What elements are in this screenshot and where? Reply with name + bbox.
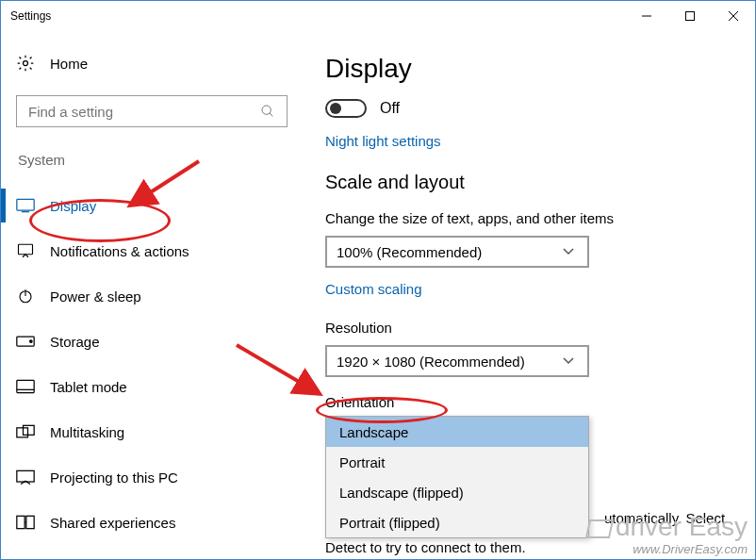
sidebar-item-tablet[interactable]: Tablet mode <box>5 364 303 409</box>
sidebar-item-label: Tablet mode <box>50 379 127 395</box>
window-title: Settings <box>10 9 51 23</box>
chevron-down-icon <box>559 242 578 261</box>
scale-dropdown-value: 100% (Recommended) <box>337 244 482 260</box>
sidebar-item-power[interactable]: Power & sleep <box>5 273 303 319</box>
night-light-toggle-state: Off <box>380 100 400 117</box>
sidebar-item-label: Power & sleep <box>50 288 141 305</box>
sidebar-item-multitasking[interactable]: Multitasking <box>5 409 303 454</box>
orientation-label: Orientation <box>325 394 736 410</box>
sidebar-item-shared[interactable]: Shared experiences <box>5 500 303 545</box>
minimize-button[interactable] <box>625 1 668 31</box>
sidebar-item-label: Display <box>50 198 96 214</box>
home-link[interactable]: Home <box>5 41 303 86</box>
svg-rect-9 <box>19 244 33 255</box>
sidebar: Home System Display Notifications & <box>1 31 303 559</box>
scale-dropdown[interactable]: 100% (Recommended) <box>325 236 589 268</box>
storage-icon <box>16 332 35 351</box>
svg-line-6 <box>270 113 272 116</box>
orientation-option-landscape[interactable]: Landscape <box>326 417 588 447</box>
svg-rect-18 <box>17 470 34 482</box>
orientation-option-landscape-flipped[interactable]: Landscape (flipped) <box>326 477 588 507</box>
sidebar-item-label: Notifications & actions <box>50 243 189 259</box>
multitasking-icon <box>16 422 35 441</box>
power-icon <box>16 287 35 305</box>
main-content: Display Off Night light settings Scale a… <box>303 31 755 559</box>
svg-rect-7 <box>17 199 34 210</box>
search-icon <box>258 102 277 121</box>
sidebar-item-label: Multitasking <box>50 424 124 440</box>
svg-point-13 <box>30 340 33 343</box>
shared-icon <box>16 513 35 532</box>
custom-scaling-link[interactable]: Custom scaling <box>325 281 736 297</box>
resolution-dropdown[interactable]: 1920 × 1080 (Recommended) <box>325 345 589 377</box>
sidebar-item-label: Projecting to this PC <box>50 469 178 486</box>
svg-rect-20 <box>26 516 34 528</box>
notifications-icon <box>16 241 35 260</box>
tablet-icon <box>16 377 35 396</box>
display-icon <box>16 196 35 215</box>
chevron-down-icon <box>559 352 578 371</box>
resolution-dropdown-value: 1920 × 1080 (Recommended) <box>337 354 525 370</box>
resolution-label: Resolution <box>325 320 736 336</box>
orientation-option-portrait-flipped[interactable]: Portrait (flipped) <box>326 507 588 537</box>
scale-heading: Scale and layout <box>325 172 736 193</box>
sidebar-item-projecting[interactable]: Projecting to this PC <box>5 454 303 500</box>
orientation-option-portrait[interactable]: Portrait <box>326 447 588 477</box>
scale-label: Change the size of text, apps, and other… <box>325 210 736 226</box>
night-light-settings-link[interactable]: Night light settings <box>325 133 736 149</box>
sidebar-item-label: Shared experiences <box>50 515 175 531</box>
search-input[interactable] <box>26 103 258 121</box>
svg-rect-16 <box>17 428 28 437</box>
projecting-icon <box>16 468 35 486</box>
svg-point-4 <box>24 61 28 66</box>
watermark: driver Easy www.DriverEasy.com <box>587 511 748 557</box>
night-light-toggle[interactable] <box>325 99 367 118</box>
orientation-dropdown[interactable]: Landscape Portrait Landscape (flipped) P… <box>325 416 589 538</box>
svg-rect-17 <box>24 425 35 435</box>
home-label: Home <box>50 56 88 72</box>
gear-icon <box>16 54 35 73</box>
sidebar-group-label: System <box>18 152 303 168</box>
svg-point-5 <box>262 106 271 114</box>
sidebar-item-label: Storage <box>50 334 100 350</box>
svg-rect-19 <box>17 516 25 528</box>
sidebar-item-storage[interactable]: Storage <box>5 319 303 364</box>
watermark-box-icon <box>585 519 614 538</box>
maximize-button[interactable] <box>668 1 712 31</box>
search-box[interactable] <box>16 95 288 127</box>
page-title: Display <box>325 54 736 84</box>
sidebar-item-notifications[interactable]: Notifications & actions <box>5 228 303 273</box>
close-button[interactable] <box>712 1 755 31</box>
sidebar-item-display[interactable]: Display <box>5 183 303 228</box>
svg-rect-1 <box>686 12 695 21</box>
settings-window: Settings Home <box>0 0 756 560</box>
svg-rect-14 <box>17 380 34 392</box>
titlebar: Settings <box>1 1 755 31</box>
